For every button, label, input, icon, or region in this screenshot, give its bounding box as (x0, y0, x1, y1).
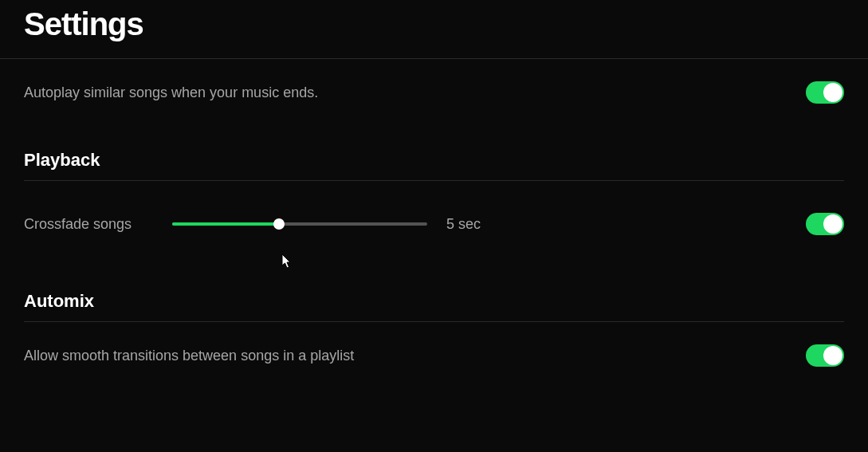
page-title: Settings (0, 0, 868, 58)
slider-fill (172, 222, 279, 226)
automix-row: Allow smooth transitions between songs i… (24, 322, 844, 389)
automix-label: Allow smooth transitions between songs i… (24, 348, 354, 364)
toggle-knob (823, 214, 842, 234)
crossfade-row: Crossfade songs 5 sec (24, 181, 844, 267)
crossfade-value: 5 sec (446, 216, 481, 233)
slider-thumb[interactable] (273, 218, 285, 230)
slider-track (172, 222, 427, 226)
crossfade-slider[interactable] (172, 218, 427, 230)
automix-toggle[interactable] (806, 344, 844, 367)
crossfade-label: Crossfade songs (24, 216, 172, 233)
autoplay-label: Autoplay similar songs when your music e… (24, 85, 318, 101)
toggle-knob (823, 346, 842, 365)
automix-section-header: Automix (24, 267, 844, 321)
settings-content: Autoplay similar songs when your music e… (0, 59, 868, 389)
toggle-knob (823, 83, 842, 102)
playback-section-header: Playback (24, 126, 844, 180)
crossfade-toggle[interactable] (806, 213, 844, 235)
autoplay-row: Autoplay similar songs when your music e… (24, 59, 844, 126)
autoplay-toggle[interactable] (806, 81, 844, 104)
